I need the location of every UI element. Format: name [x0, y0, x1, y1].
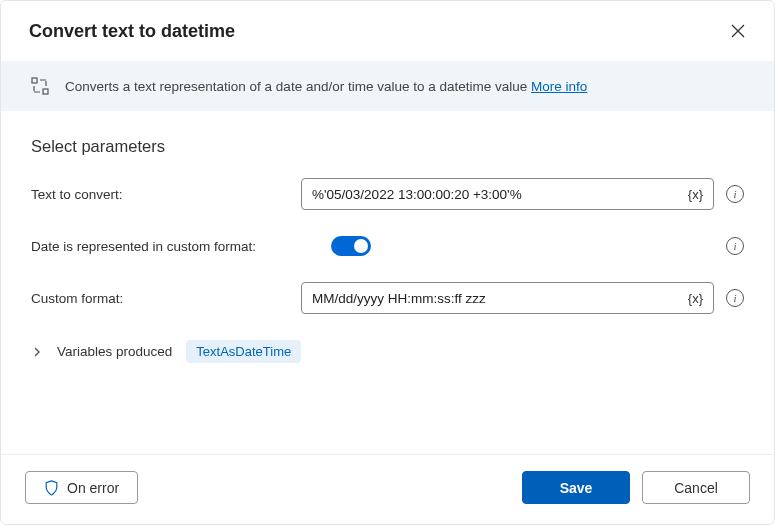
input-wrap-text-to-convert: {x} [301, 178, 714, 210]
save-label: Save [560, 480, 593, 496]
label-custom-format: Custom format: [31, 291, 301, 306]
on-error-label: On error [67, 480, 119, 496]
chevron-right-icon[interactable] [31, 346, 43, 358]
input-custom-format[interactable] [312, 291, 686, 306]
shield-icon [44, 480, 59, 496]
variables-produced-row: Variables produced TextAsDateTime [31, 340, 744, 363]
row-custom-format: Custom format: {x} i [31, 282, 744, 314]
close-button[interactable] [726, 19, 750, 43]
svg-rect-1 [43, 89, 48, 94]
convert-glyph-icon [31, 77, 49, 95]
svg-rect-0 [32, 78, 37, 83]
dialog-footer: On error Save Cancel [1, 454, 774, 524]
parameters-heading: Select parameters [31, 137, 744, 156]
convert-text-to-datetime-dialog: Convert text to datetime Converts a text… [0, 0, 775, 525]
cancel-button[interactable]: Cancel [642, 471, 750, 504]
description-bar: Converts a text representation of a date… [1, 61, 774, 111]
label-text-to-convert: Text to convert: [31, 187, 301, 202]
variable-chip[interactable]: TextAsDateTime [186, 340, 301, 363]
description-text: Converts a text representation of a date… [65, 79, 587, 94]
info-icon[interactable]: i [726, 289, 744, 307]
toggle-custom-format[interactable] [331, 236, 371, 256]
insert-variable-button[interactable]: {x} [686, 187, 705, 202]
dialog-body: Select parameters Text to convert: {x} i… [1, 111, 774, 454]
save-button[interactable]: Save [522, 471, 630, 504]
input-wrap-custom-format: {x} [301, 282, 714, 314]
description-label: Converts a text representation of a date… [65, 79, 527, 94]
info-icon[interactable]: i [726, 237, 744, 255]
close-icon [731, 24, 745, 38]
variables-produced-label: Variables produced [57, 344, 172, 359]
input-text-to-convert[interactable] [312, 187, 686, 202]
on-error-button[interactable]: On error [25, 471, 138, 504]
info-icon[interactable]: i [726, 185, 744, 203]
row-text-to-convert: Text to convert: {x} i [31, 178, 744, 210]
insert-variable-button[interactable]: {x} [686, 291, 705, 306]
dialog-title: Convert text to datetime [29, 21, 235, 42]
label-custom-format-toggle: Date is represented in custom format: [31, 239, 331, 254]
more-info-link[interactable]: More info [531, 79, 587, 94]
toggle-knob [354, 239, 368, 253]
dialog-header: Convert text to datetime [1, 1, 774, 61]
cancel-label: Cancel [674, 480, 718, 496]
row-custom-format-toggle: Date is represented in custom format: i [31, 236, 744, 256]
